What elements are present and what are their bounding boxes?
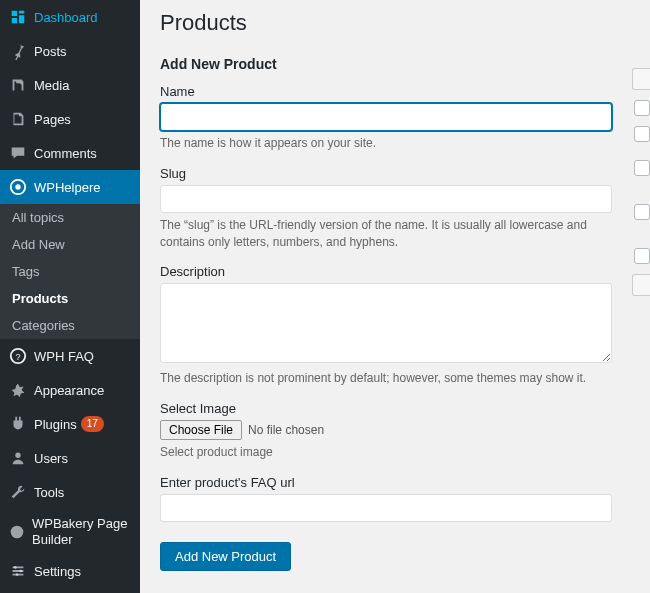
sidebar-item-comments[interactable]: Comments bbox=[0, 136, 140, 170]
svg-point-6 bbox=[14, 566, 17, 569]
comments-icon bbox=[8, 143, 28, 163]
sidebar-item-label: Plugins bbox=[34, 417, 77, 432]
sidebar-item-wpbakery[interactable]: WPBakery Page Builder bbox=[0, 509, 140, 554]
sidebar-item-label: Dashboard bbox=[34, 10, 98, 25]
wpbakery-icon bbox=[8, 522, 26, 542]
field-select-image: Select Image Choose File No file chosen … bbox=[160, 401, 612, 461]
sidebar-item-label: Users bbox=[34, 451, 68, 466]
svg-point-4 bbox=[15, 453, 20, 458]
slug-label: Slug bbox=[160, 166, 612, 181]
pages-icon bbox=[8, 109, 28, 129]
sidebar-item-label: WPH FAQ bbox=[34, 349, 94, 364]
description-label: Description bbox=[160, 264, 612, 279]
sidebar-item-wphelpere-options[interactable]: WPHelpere options bbox=[0, 588, 140, 593]
add-new-product-button[interactable]: Add New Product bbox=[160, 542, 291, 571]
sidebar-item-dashboard[interactable]: Dashboard bbox=[0, 0, 140, 34]
sidebar-item-media[interactable]: Media bbox=[0, 68, 140, 102]
slug-description: The “slug” is the URL-friendly version o… bbox=[160, 217, 612, 251]
sidebar-item-label: Settings bbox=[34, 564, 81, 579]
submenu-item-all-topics[interactable]: All topics bbox=[0, 204, 140, 231]
sidebar-item-label: Posts bbox=[34, 44, 67, 59]
sidebar-item-plugins[interactable]: Plugins 17 bbox=[0, 407, 140, 441]
field-slug: Slug The “slug” is the URL-friendly vers… bbox=[160, 166, 612, 251]
faq-url-input[interactable] bbox=[160, 494, 612, 522]
faq-icon: ? bbox=[8, 346, 28, 366]
choose-file-button[interactable]: Choose File bbox=[160, 420, 242, 440]
field-name: Name The name is how it appears on your … bbox=[160, 84, 612, 152]
sidebar-submenu: All topics Add New Tags Products Categor… bbox=[0, 204, 140, 339]
name-input[interactable] bbox=[160, 103, 612, 131]
settings-icon bbox=[8, 561, 28, 581]
page-title: Products bbox=[160, 10, 612, 36]
wphelpere-icon bbox=[8, 177, 28, 197]
field-faq-url: Enter product's FAQ url bbox=[160, 475, 612, 522]
sidebar-item-appearance[interactable]: Appearance bbox=[0, 373, 140, 407]
sidebar-item-pages[interactable]: Pages bbox=[0, 102, 140, 136]
select-image-description: Select product image bbox=[160, 444, 612, 461]
sidebar-item-users[interactable]: Users bbox=[0, 441, 140, 475]
partial-checkbox[interactable] bbox=[634, 248, 650, 264]
appearance-icon bbox=[8, 380, 28, 400]
partial-checkbox[interactable] bbox=[634, 126, 650, 142]
sidebar-item-posts[interactable]: Posts bbox=[0, 34, 140, 68]
file-status: No file chosen bbox=[248, 423, 324, 437]
faq-url-label: Enter product's FAQ url bbox=[160, 475, 612, 490]
name-description: The name is how it appears on your site. bbox=[160, 135, 612, 152]
sidebar-item-label: WPHelpere bbox=[34, 180, 100, 195]
submenu-item-products[interactable]: Products bbox=[0, 285, 140, 312]
media-icon bbox=[8, 75, 28, 95]
pin-icon bbox=[8, 41, 28, 61]
plugins-badge: 17 bbox=[81, 416, 104, 432]
tools-icon bbox=[8, 482, 28, 502]
main-content: Products Add New Product Name The name i… bbox=[140, 0, 632, 593]
sidebar-item-settings[interactable]: Settings bbox=[0, 554, 140, 588]
sidebar-item-wphelpere[interactable]: WPHelpere bbox=[0, 170, 140, 204]
sidebar-item-label: Pages bbox=[34, 112, 71, 127]
svg-point-7 bbox=[19, 570, 22, 573]
sidebar-item-label: Tools bbox=[34, 485, 64, 500]
svg-point-1 bbox=[15, 184, 20, 189]
sidebar-item-tools[interactable]: Tools bbox=[0, 475, 140, 509]
description-description: The description is not prominent by defa… bbox=[160, 370, 612, 387]
slug-input[interactable] bbox=[160, 185, 612, 213]
section-title: Add New Product bbox=[160, 56, 612, 72]
sidebar-item-label: Comments bbox=[34, 146, 97, 161]
svg-point-8 bbox=[16, 573, 19, 576]
submenu-item-tags[interactable]: Tags bbox=[0, 258, 140, 285]
partial-checkbox[interactable] bbox=[634, 100, 650, 116]
users-icon bbox=[8, 448, 28, 468]
partial-box[interactable] bbox=[632, 274, 650, 296]
svg-point-5 bbox=[11, 525, 24, 538]
submenu-item-categories[interactable]: Categories bbox=[0, 312, 140, 339]
dashboard-icon bbox=[8, 7, 28, 27]
sidebar-item-label: Media bbox=[34, 78, 69, 93]
sidebar-item-label: WPBakery Page Builder bbox=[32, 516, 132, 547]
select-image-label: Select Image bbox=[160, 401, 612, 416]
right-rail-partial bbox=[632, 0, 650, 593]
admin-sidebar: Dashboard Posts Media Pages Comments WPH… bbox=[0, 0, 140, 593]
sidebar-item-wph-faq[interactable]: ? WPH FAQ bbox=[0, 339, 140, 373]
field-description: Description The description is not promi… bbox=[160, 264, 612, 387]
submenu-item-add-new[interactable]: Add New bbox=[0, 231, 140, 258]
partial-checkbox[interactable] bbox=[634, 160, 650, 176]
partial-checkbox[interactable] bbox=[634, 204, 650, 220]
partial-box[interactable] bbox=[632, 68, 650, 90]
sidebar-item-label: Appearance bbox=[34, 383, 104, 398]
description-textarea[interactable] bbox=[160, 283, 612, 363]
name-label: Name bbox=[160, 84, 612, 99]
plugins-icon bbox=[8, 414, 28, 434]
svg-text:?: ? bbox=[15, 352, 20, 362]
